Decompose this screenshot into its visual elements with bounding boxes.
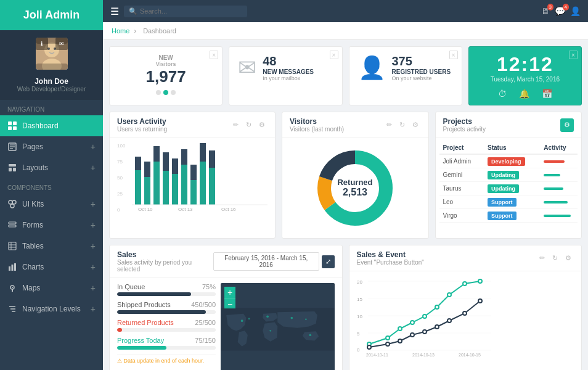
edit-btn[interactable]: ✏	[231, 120, 241, 130]
gear-button[interactable]: ⚙	[560, 118, 574, 132]
refresh-btn[interactable]: ↻	[550, 253, 560, 263]
settings-btn[interactable]: ⚙	[256, 120, 267, 130]
edit-btn[interactable]: ✏	[384, 120, 394, 130]
messages-card-close[interactable]: ×	[330, 51, 338, 59]
date-range-picker[interactable]: February 15, 2016 - March 15, 2016	[213, 252, 319, 271]
svg-rect-23	[9, 242, 16, 250]
search-input[interactable]	[140, 7, 242, 15]
sales-subtitle: Sales activity by period you selected	[117, 259, 213, 273]
projects-widget: Projects Projects activity ⚙ Project Sta…	[435, 112, 582, 239]
svg-rect-9	[8, 126, 12, 130]
notifications-button[interactable]: 🖥 3	[541, 6, 550, 16]
projects-body: Project Status Activity Joli Admin Devel…	[436, 138, 582, 226]
refresh-btn[interactable]: ↻	[243, 120, 254, 130]
messages-button[interactable]: 💬 4	[555, 6, 565, 16]
dot-1	[156, 90, 161, 95]
svg-text:20: 20	[357, 279, 362, 285]
forms-icon	[7, 220, 17, 230]
svg-rect-50	[200, 162, 206, 205]
expand-button[interactable]: ⤢	[322, 255, 335, 268]
breadcrumb-home[interactable]: Home	[112, 27, 129, 35]
returned-fill	[117, 328, 122, 332]
sidebar-item-label: Navigation Levels	[22, 305, 81, 313]
mail-icon: ✉	[238, 55, 256, 81]
in-queue-item: In Queue 75%	[117, 283, 216, 296]
layouts-icon	[7, 163, 17, 173]
projects-table: Project Status Activity Joli Admin Devel…	[439, 142, 578, 223]
svg-rect-22	[9, 225, 16, 227]
visitors-card: × NEW Visitors 1,977	[109, 46, 223, 105]
sidebar-item-dashboard[interactable]: Dashboard	[0, 115, 103, 136]
returned-label: Returned Products 25/500	[117, 319, 216, 326]
brand-title: Joli Admin	[23, 9, 80, 21]
expand-icon: +	[91, 220, 96, 230]
svg-point-98	[478, 299, 482, 303]
returned-track	[117, 328, 216, 332]
svg-rect-10	[13, 126, 17, 130]
users-card-close[interactable]: ×	[449, 51, 458, 59]
svg-point-91	[386, 342, 390, 346]
profile-mail-btn[interactable]: ✉	[55, 38, 68, 50]
profile-info-btn[interactable]: ℹ	[36, 38, 48, 50]
sidebar-item-charts[interactable]: Charts +	[0, 257, 103, 278]
settings-btn[interactable]: ⚙	[410, 120, 421, 130]
svg-text:0: 0	[357, 347, 360, 353]
dot-2	[163, 90, 168, 95]
sales-body: In Queue 75% Shipped Products	[110, 278, 342, 370]
users-activity-body: 100 75 50 25 0	[110, 138, 275, 218]
bar-chart-wrapper: 100 75 50 25 0	[117, 143, 267, 213]
sales-event-widget: Sales & Event Event "Purchase Button" ✏ …	[349, 245, 582, 370]
progress-track	[117, 346, 216, 350]
settings-btn[interactable]: ⚙	[563, 253, 574, 263]
clock-actions: ⏱ 🔔 📅	[498, 89, 552, 99]
svg-rect-27	[9, 266, 10, 271]
sidebar-brand: Joli Admin	[0, 0, 103, 30]
sidebar-item-layouts[interactable]: Layouts +	[0, 157, 103, 178]
svg-text:Oct 10: Oct 10	[138, 207, 153, 211]
visitors-card-close[interactable]: ×	[210, 51, 218, 59]
activity-bar	[544, 174, 560, 176]
menu-toggle-button[interactable]: ☰	[110, 6, 119, 17]
expand-icon: +	[91, 262, 96, 272]
svg-point-70	[269, 330, 271, 332]
users-activity-widget: Users Activity Users vs returning ✏ ↻ ⚙ …	[109, 112, 276, 239]
svg-rect-17	[13, 168, 16, 171]
user-dropdown-button[interactable]: 👤	[570, 6, 581, 16]
project-row-gemini: Gemini Updating	[439, 168, 578, 182]
profile-name: John Doe	[7, 77, 96, 86]
users-card: × 👤 375 REGISTRED USERS On your website	[349, 46, 462, 105]
clock-bell-btn[interactable]: 🔔	[519, 89, 529, 99]
sidebar-item-navigation-levels[interactable]: Navigation Levels +	[0, 298, 103, 319]
sales-event-actions: ✏ ↻ ⚙	[537, 253, 574, 263]
sidebar-item-pages[interactable]: Pages +	[0, 136, 103, 157]
charts-icon	[7, 262, 17, 272]
main-area: ☰ 🔍 🖥 3 💬 4 👤 Home › Dashboard	[103, 0, 588, 370]
sidebar-item-ui-kits[interactable]: UI Kits +	[0, 194, 103, 215]
notifications-badge: 3	[547, 4, 553, 10]
col-activity: Activity	[540, 142, 578, 154]
clock-calendar-btn[interactable]: 📅	[542, 89, 552, 99]
sidebar-item-tables[interactable]: Tables +	[0, 236, 103, 257]
svg-point-19	[12, 200, 16, 204]
clock-date: Tuesday, March 15, 2016	[491, 76, 560, 83]
tables-icon	[7, 241, 17, 251]
refresh-btn[interactable]: ↻	[397, 120, 407, 130]
sidebar-item-maps[interactable]: Maps +	[0, 278, 103, 298]
svg-point-94	[423, 330, 427, 334]
user-icon: 👤	[570, 6, 581, 16]
svg-rect-29	[14, 263, 16, 271]
shipped-track	[117, 310, 216, 314]
sidebar-item-forms[interactable]: Forms +	[0, 215, 103, 236]
activity-bar	[544, 187, 563, 190]
in-queue-label: In Queue 75%	[117, 283, 216, 290]
clock-timer-btn[interactable]: ⏱	[498, 89, 507, 99]
clock-card-close[interactable]: ×	[569, 51, 578, 59]
shipped-label: Shipped Products 450/500	[117, 301, 216, 308]
expand-icon: +	[91, 163, 96, 173]
edit-btn[interactable]: ✏	[537, 253, 547, 263]
svg-rect-38	[144, 177, 150, 205]
topbar-right: 🖥 3 💬 4 👤	[541, 6, 581, 16]
svg-point-31	[12, 287, 13, 288]
sidebar-item-label: Maps	[22, 284, 40, 292]
svg-point-96	[447, 319, 451, 323]
